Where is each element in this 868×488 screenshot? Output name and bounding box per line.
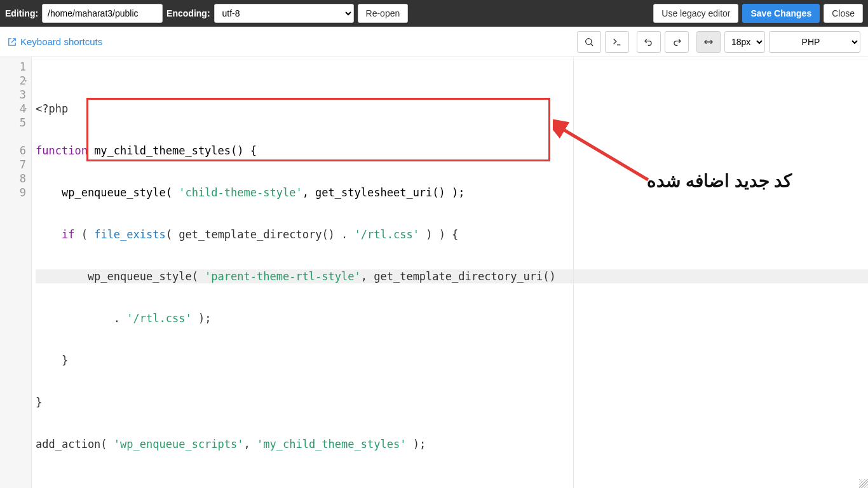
reopen-button[interactable]: Re-open <box>358 4 409 23</box>
code-line: . '/rtl.css' ); <box>36 311 868 325</box>
close-button[interactable]: Close <box>824 4 863 23</box>
code-area[interactable]: <?php function my_child_theme_styles() {… <box>32 57 868 488</box>
encoding-select[interactable]: utf-8 <box>214 4 354 23</box>
file-path-input[interactable] <box>42 4 163 23</box>
legacy-editor-button[interactable]: Use legacy editor <box>653 4 738 23</box>
undo-button[interactable] <box>637 31 661 53</box>
toolbar: Keyboard shortcuts 18px PHP <box>0 27 868 57</box>
search-icon <box>584 37 594 47</box>
code-line: } <box>36 353 868 367</box>
encoding-label: Encoding: <box>166 8 210 18</box>
font-size-select[interactable]: 18px <box>724 31 765 53</box>
resize-grip[interactable] <box>859 479 868 488</box>
code-line: } <box>36 395 868 409</box>
wrap-toggle-button[interactable] <box>696 31 721 53</box>
annotation-text: کد جدید اضافه شده <box>647 170 792 191</box>
undo-icon <box>644 37 654 47</box>
code-line: <?php <box>36 102 868 116</box>
editing-label: Editing: <box>5 8 38 18</box>
redo-icon <box>672 37 682 47</box>
editor[interactable]: 1 2 3 4 5 6 7 8 9 <?php function my_chil… <box>0 57 868 488</box>
svg-point-0 <box>586 38 592 44</box>
code-line: add_action( 'wp_enqueue_scripts', 'my_ch… <box>36 437 868 451</box>
redo-button[interactable] <box>665 31 689 53</box>
code-line: function my_child_theme_styles() { <box>36 144 868 158</box>
search-button[interactable] <box>577 31 601 53</box>
external-link-icon <box>8 37 17 46</box>
code-line: wp_enqueue_style( 'parent-theme-rtl-styl… <box>36 269 868 283</box>
terminal-button[interactable] <box>605 31 629 53</box>
arrows-horizontal-icon <box>703 37 714 47</box>
language-select[interactable]: PHP <box>769 31 860 53</box>
keyboard-shortcuts-label: Keyboard shortcuts <box>20 36 102 47</box>
save-changes-button[interactable]: Save Changes <box>742 4 820 23</box>
topbar: Editing: Encoding: utf-8 Re-open Use leg… <box>0 0 868 27</box>
print-margin <box>573 57 574 488</box>
keyboard-shortcuts-link[interactable]: Keyboard shortcuts <box>8 36 102 47</box>
code-line: if ( file_exists( get_template_directory… <box>36 227 868 241</box>
line-gutter: 1 2 3 4 5 6 7 8 9 <box>0 57 32 488</box>
terminal-icon <box>612 37 622 47</box>
